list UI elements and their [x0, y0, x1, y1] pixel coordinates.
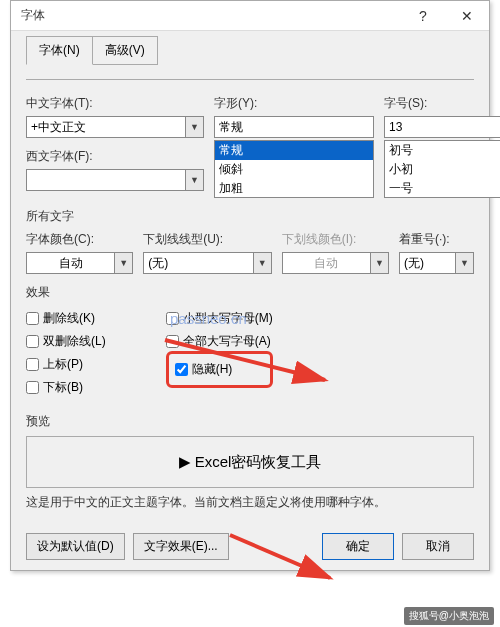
checkbox[interactable]: [26, 312, 39, 325]
sub-check[interactable]: 下标(B): [26, 379, 106, 396]
ulcolor-label: 下划线颜色(I):: [282, 231, 389, 248]
dialog-body: 字体(N) 高级(V) 中文字体(T): ▼ 西文字体(F): ▼ 字形(Y):: [11, 31, 489, 570]
style-label: 字形(Y):: [214, 95, 374, 112]
hidden-check[interactable]: 隐藏(H): [175, 361, 250, 378]
ok-button[interactable]: 确定: [322, 533, 394, 560]
tab-font[interactable]: 字体(N): [26, 36, 93, 65]
sup-check[interactable]: 上标(P): [26, 356, 106, 373]
style-listbox[interactable]: 常规 倾斜 加粗: [214, 140, 374, 198]
wfont-combo[interactable]: ▼: [26, 169, 204, 191]
list-item[interactable]: 倾斜: [215, 160, 373, 179]
tabs: 字体(N) 高级(V): [26, 36, 474, 65]
effects-right: 小型大写字母(M) 全部大写字母(A) 隐藏(H): [166, 307, 273, 399]
checkbox[interactable]: [26, 381, 39, 394]
chevron-down-icon[interactable]: ▼: [254, 252, 272, 274]
effects-left: 删除线(K) 双删除线(L) 上标(P) 下标(B): [26, 307, 106, 399]
chevron-down-icon[interactable]: ▼: [115, 252, 133, 274]
ultype-label: 下划线线型(U):: [143, 231, 272, 248]
window-controls: ? ✕: [401, 1, 489, 31]
close-button[interactable]: ✕: [445, 1, 489, 31]
strike-check[interactable]: 删除线(K): [26, 310, 106, 327]
set-default-button[interactable]: 设为默认值(D): [26, 533, 125, 560]
preview-label: 预览: [26, 413, 474, 430]
alltext-label: 所有文字: [26, 208, 474, 225]
fontcolor-label: 字体颜色(C):: [26, 231, 133, 248]
ulcolor-combo: 自动 ▼: [282, 252, 389, 274]
emphasis-label: 着重号(·):: [399, 231, 474, 248]
checkbox[interactable]: [26, 358, 39, 371]
effects-group: 删除线(K) 双删除线(L) 上标(P) 下标(B) 小型大写字母(M) 全部大…: [26, 307, 474, 399]
checkbox[interactable]: [166, 335, 179, 348]
size-label: 字号(S):: [384, 95, 500, 112]
tab-underline: [26, 79, 474, 80]
cancel-button[interactable]: 取消: [402, 533, 474, 560]
dstrike-check[interactable]: 双删除线(L): [26, 333, 106, 350]
ultype-value: (无): [143, 252, 254, 274]
wfont-label: 西文字体(F):: [26, 148, 204, 165]
checkbox[interactable]: [175, 363, 188, 376]
highlight-annotation: 隐藏(H): [166, 351, 273, 388]
style-input[interactable]: [214, 116, 374, 138]
help-button[interactable]: ?: [401, 1, 445, 31]
effects-label: 效果: [26, 284, 474, 301]
list-item[interactable]: 加粗: [215, 179, 373, 198]
cnfont-combo[interactable]: ▼: [26, 116, 204, 138]
preview-text: ▶ Excel密码恢复工具: [179, 453, 322, 472]
description: 这是用于中文的正文主题字体。当前文档主题定义将使用哪种字体。: [26, 494, 474, 511]
chevron-down-icon[interactable]: ▼: [456, 252, 474, 274]
footer: 设为默认值(D) 文字效果(E)... 确定 取消: [26, 525, 474, 560]
smallcaps-check[interactable]: 小型大写字母(M): [166, 310, 273, 327]
wfont-input[interactable]: [26, 169, 186, 191]
chevron-down-icon[interactable]: ▼: [186, 116, 204, 138]
color-row: 字体颜色(C): 自动 ▼ 下划线线型(U): (无) ▼ 下划线颜色(I): …: [26, 231, 474, 274]
list-item[interactable]: 常规: [215, 141, 373, 160]
list-item[interactable]: 小初: [385, 160, 500, 179]
font-dialog: 字体 ? ✕ 字体(N) 高级(V) 中文字体(T): ▼ 西文字体(F): ▼: [10, 0, 490, 571]
emphasis-combo[interactable]: (无) ▼: [399, 252, 474, 274]
checkbox[interactable]: [26, 335, 39, 348]
allcaps-check[interactable]: 全部大写字母(A): [166, 333, 273, 350]
chevron-down-icon: ▼: [371, 252, 389, 274]
tab-advanced[interactable]: 高级(V): [92, 36, 158, 65]
credit-badge: 搜狐号@小奥泡泡: [404, 607, 494, 625]
dialog-title: 字体: [21, 7, 45, 24]
style-input-wrap: [214, 116, 374, 138]
preview-box: ▶ Excel密码恢复工具: [26, 436, 474, 488]
ultype-combo[interactable]: (无) ▼: [143, 252, 272, 274]
size-listbox[interactable]: 初号 小初 一号: [384, 140, 500, 198]
checkbox[interactable]: [166, 312, 179, 325]
size-input-wrap: [384, 116, 500, 138]
ulcolor-value: 自动: [282, 252, 371, 274]
fontcolor-value: 自动: [26, 252, 115, 274]
chevron-down-icon[interactable]: ▼: [186, 169, 204, 191]
cnfont-input[interactable]: [26, 116, 186, 138]
list-item[interactable]: 初号: [385, 141, 500, 160]
font-row-1: 中文字体(T): ▼ 西文字体(F): ▼ 字形(Y): 常规 倾斜: [26, 95, 474, 198]
emphasis-value: (无): [399, 252, 456, 274]
text-effects-button[interactable]: 文字效果(E)...: [133, 533, 229, 560]
size-input[interactable]: [384, 116, 500, 138]
titlebar: 字体 ? ✕: [11, 1, 489, 31]
list-item[interactable]: 一号: [385, 179, 500, 198]
cnfont-label: 中文字体(T):: [26, 95, 204, 112]
fontcolor-combo[interactable]: 自动 ▼: [26, 252, 133, 274]
